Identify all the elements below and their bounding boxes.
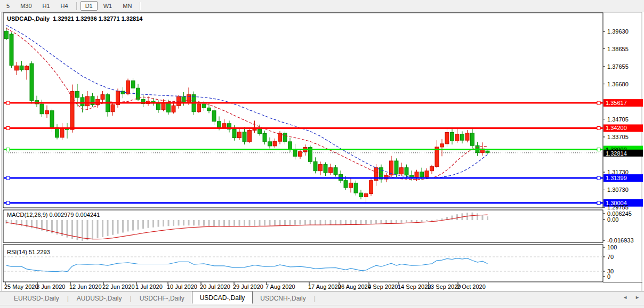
macd-histogram-bar: [208, 220, 210, 226]
level-price-label-text: 1.35617: [606, 100, 627, 106]
macd-histogram-bar: [223, 220, 225, 226]
macd-histogram-bar: [178, 220, 180, 225]
macd-histogram-bar: [284, 220, 286, 225]
tab-scroll-right-icon[interactable]: ►: [635, 295, 640, 300]
tab-scroll-left-icon[interactable]: ◄: [623, 295, 627, 300]
level-drag-marker[interactable]: [6, 126, 10, 129]
macd-histogram-bar: [411, 220, 413, 222]
timeframe-button-h1[interactable]: H1: [38, 1, 55, 11]
chart-tab-eurusd[interactable]: EURUSD-,Daily: [6, 293, 67, 304]
candle-body: [359, 193, 363, 197]
candle-body: [222, 124, 226, 127]
macd-histogram-bar: [16, 220, 18, 225]
chart-tab-usdchf[interactable]: USDCHF-,Daily: [132, 293, 192, 304]
macd-histogram-bar: [385, 220, 387, 223]
macd-histogram-bar: [112, 220, 114, 235]
macd-histogram-bar: [315, 220, 316, 225]
level-drag-marker[interactable]: [6, 148, 10, 151]
macd-histogram-bar: [340, 220, 342, 225]
macd-histogram-bar: [381, 220, 382, 223]
rsi-panel[interactable]: [3, 245, 603, 282]
candle-body: [440, 144, 444, 147]
macd-histogram-bar: [142, 220, 144, 229]
candle-body: [10, 34, 13, 66]
level-drag-marker[interactable]: [597, 101, 600, 104]
chart-canvas[interactable]: 1.356171.342001.330021.313991.300041.396…: [0, 0, 644, 308]
chart-tab-usdcnh[interactable]: USDCNH-,Daily: [253, 293, 313, 304]
candle-body: [157, 103, 160, 110]
macd-histogram-bar: [365, 220, 367, 224]
macd-histogram-bar: [487, 216, 488, 220]
macd-histogram-bar: [472, 213, 473, 220]
macd-histogram-bar: [234, 220, 235, 226]
candle-body: [20, 66, 23, 70]
chart-tab-audusd[interactable]: AUDUSD-,Daily: [69, 293, 130, 304]
timeframe-button-d1[interactable]: D1: [80, 1, 98, 11]
level-drag-marker[interactable]: [597, 176, 600, 180]
date-label: 22 Jun 2020: [102, 283, 135, 290]
macd-histogram-bar: [11, 220, 12, 224]
date-label: 1 Jul 2020: [135, 283, 163, 290]
timeframe-button-h4[interactable]: H4: [56, 1, 73, 11]
date-label: 26 Aug 2020: [338, 283, 371, 290]
candle-body: [283, 133, 287, 142]
timeframe-button-m30[interactable]: M30: [15, 1, 36, 11]
macd-histogram-bar: [330, 220, 332, 225]
candle-body: [96, 99, 100, 104]
candle-body: [344, 181, 348, 188]
candle-body: [80, 98, 84, 106]
timeframe-button-w1[interactable]: W1: [99, 1, 117, 11]
candle-body: [86, 96, 90, 106]
candle-body: [425, 171, 429, 177]
macd-histogram-bar: [173, 220, 174, 226]
macd-histogram-bar: [107, 220, 109, 236]
date-label: 14 Sep 2020: [398, 283, 431, 290]
macd-histogram-bar: [219, 220, 220, 226]
toolbar-separator: [76, 2, 77, 10]
chart-title: USDCAD-,Daily 1.32921 1.32936 1.32771 1.…: [7, 15, 142, 22]
rsi-indicator-label: RSI(14) 51.2293: [7, 249, 50, 255]
candle-body: [76, 92, 79, 98]
date-label: 3 Jun 2020: [36, 283, 65, 290]
date-label: 12 Jun 2020: [69, 283, 102, 290]
candle-body: [131, 81, 135, 88]
macd-histogram-bar: [21, 220, 22, 226]
macd-histogram-bar: [421, 220, 423, 222]
candle-body: [268, 142, 272, 146]
date-label: 17 Aug 2020: [308, 283, 341, 290]
candle-body: [30, 63, 34, 100]
candle-body: [369, 181, 373, 194]
macd-histogram-bar: [249, 220, 251, 226]
level-drag-marker[interactable]: [6, 101, 10, 104]
candle-body: [465, 133, 469, 140]
timeframe-button-mn[interactable]: MN: [118, 1, 136, 11]
candle-body: [319, 165, 323, 171]
macd-axis-label: 0.00: [607, 216, 618, 223]
level-price-label-text: 1.34200: [606, 125, 627, 131]
level-drag-marker[interactable]: [597, 148, 600, 151]
candle-body: [45, 111, 49, 114]
macd-histogram-bar: [310, 220, 311, 225]
macd-histogram-bar: [391, 220, 392, 223]
candle-body: [324, 165, 327, 173]
candle-body: [5, 31, 9, 38]
level-drag-marker[interactable]: [597, 126, 600, 129]
macd-histogram-bar: [477, 213, 478, 220]
candle-body: [172, 106, 175, 112]
macd-histogram-bar: [416, 220, 417, 222]
macd-histogram-bar: [304, 220, 306, 225]
current-price-label-text: 1.32814: [606, 150, 627, 157]
macd-histogram-bar: [431, 220, 433, 221]
candle-body: [111, 104, 115, 111]
macd-indicator-label: MACD(12,26,9) 0.002979 0.004241: [7, 212, 100, 218]
level-drag-marker[interactable]: [6, 201, 10, 205]
chart-tab-usdcad[interactable]: USDCAD-,Daily: [192, 291, 253, 304]
candle-body: [455, 134, 459, 141]
macd-histogram-bar: [482, 215, 484, 220]
timeframe-button-5[interactable]: 5: [2, 1, 14, 11]
macd-histogram-bar: [117, 220, 119, 234]
level-drag-marker[interactable]: [597, 201, 600, 205]
macd-histogram-bar: [198, 220, 200, 225]
level-drag-marker[interactable]: [6, 176, 10, 180]
macd-histogram-bar: [264, 220, 265, 225]
